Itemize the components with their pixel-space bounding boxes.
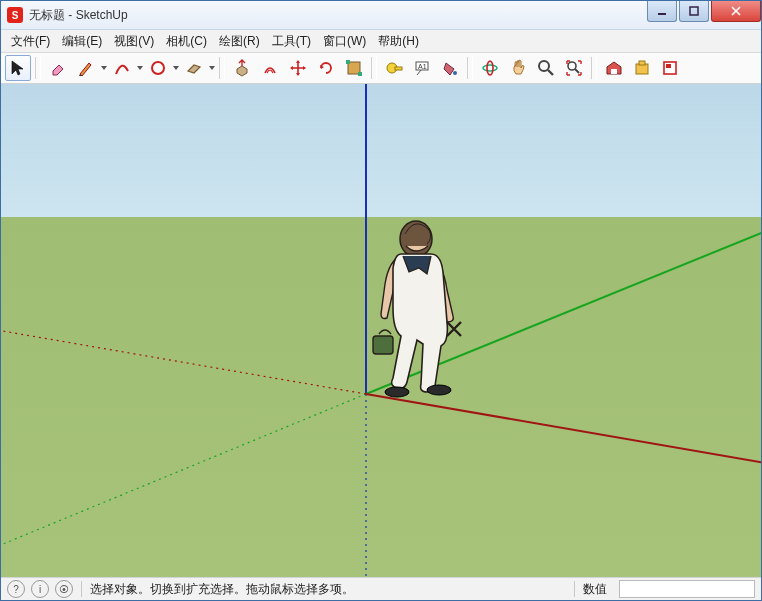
pan-tool[interactable]: [505, 55, 531, 81]
svg-line-18: [575, 69, 579, 73]
arc-tool-dropdown[interactable]: [137, 56, 143, 80]
svg-rect-19: [611, 69, 617, 74]
pushpull-tool[interactable]: [229, 55, 255, 81]
svg-text:A1: A1: [418, 63, 427, 70]
rectangle-tool-dropdown[interactable]: [209, 56, 215, 80]
svg-rect-1: [690, 7, 698, 15]
layout-tool[interactable]: [657, 55, 683, 81]
svg-rect-6: [346, 60, 350, 64]
eraser-tool[interactable]: [45, 55, 71, 81]
pencil-tool[interactable]: [73, 55, 99, 81]
window-title: 无标题 - SketchUp: [29, 7, 645, 24]
offset-tool[interactable]: [257, 55, 283, 81]
status-message: 选择对象。切换到扩充选择。拖动鼠标选择多项。: [90, 581, 354, 598]
toolbar-separator: [371, 57, 377, 79]
toolbar-separator: [467, 57, 473, 79]
svg-rect-9: [395, 67, 402, 70]
svg-point-14: [487, 61, 493, 75]
toolbar: A1: [1, 53, 761, 84]
text-tool[interactable]: A1: [409, 55, 435, 81]
scene: [1, 84, 761, 577]
svg-rect-25: [373, 336, 393, 354]
extension-tool[interactable]: [629, 55, 655, 81]
move-tool[interactable]: [285, 55, 311, 81]
help-icon[interactable]: ?: [7, 580, 25, 598]
toolbar-separator: [219, 57, 225, 79]
measurement-label: 数值: [583, 581, 607, 598]
viewport-3d[interactable]: [1, 84, 761, 577]
shape-tool-dropdown[interactable]: [173, 56, 179, 80]
app-window: S 无标题 - SketchUp 文件(F)编辑(E)视图(V)相机(C)绘图(…: [0, 0, 762, 601]
toolbar-separator: [35, 57, 41, 79]
rotate-tool[interactable]: [313, 55, 339, 81]
minimize-button[interactable]: [647, 1, 677, 22]
user-icon[interactable]: ⦿: [55, 580, 73, 598]
measurement-input[interactable]: [619, 580, 755, 598]
menu-绘图[interactable]: 绘图(R): [213, 31, 266, 52]
paint-tool[interactable]: [437, 55, 463, 81]
warehouse-tool[interactable]: [601, 55, 627, 81]
shape-tool[interactable]: [145, 55, 171, 81]
maximize-button[interactable]: [679, 1, 709, 22]
status-divider: [574, 581, 575, 597]
rectangle-tool[interactable]: [181, 55, 207, 81]
menu-编辑[interactable]: 编辑(E): [56, 31, 108, 52]
svg-point-15: [539, 61, 549, 71]
toolbar-separator: [591, 57, 597, 79]
svg-point-13: [483, 65, 497, 71]
tape-tool[interactable]: [381, 55, 407, 81]
pencil-tool-dropdown[interactable]: [101, 56, 107, 80]
status-bar: ? i ⦿ 选择对象。切换到扩充选择。拖动鼠标选择多项。 数值: [1, 577, 761, 600]
scale-tool[interactable]: [341, 55, 367, 81]
svg-point-26: [385, 387, 409, 397]
app-icon: S: [7, 7, 23, 23]
menu-工具[interactable]: 工具(T): [266, 31, 317, 52]
svg-rect-23: [666, 64, 671, 68]
svg-rect-21: [639, 61, 645, 65]
axis-red: [366, 394, 761, 464]
window-buttons: [645, 1, 761, 21]
close-button[interactable]: [711, 1, 761, 22]
menu-相机[interactable]: 相机(C): [160, 31, 213, 52]
menu-窗口[interactable]: 窗口(W): [317, 31, 372, 52]
arc-tool[interactable]: [109, 55, 135, 81]
svg-rect-7: [358, 72, 362, 76]
menu-帮助[interactable]: 帮助(H): [372, 31, 425, 52]
menu-bar: 文件(F)编辑(E)视图(V)相机(C)绘图(R)工具(T)窗口(W)帮助(H): [1, 30, 761, 53]
axis-green-neg: [1, 394, 366, 549]
info-icon[interactable]: i: [31, 580, 49, 598]
title-bar: S 无标题 - SketchUp: [1, 1, 761, 30]
zoom-tool[interactable]: [533, 55, 559, 81]
svg-line-16: [548, 70, 553, 75]
select-tool[interactable]: [5, 55, 31, 81]
axis-red-neg: [1, 329, 366, 394]
menu-视图[interactable]: 视图(V): [108, 31, 160, 52]
orbit-tool[interactable]: [477, 55, 503, 81]
zoom-extents-tool[interactable]: [561, 55, 587, 81]
svg-point-12: [453, 71, 457, 75]
menu-文件[interactable]: 文件(F): [5, 31, 56, 52]
svg-point-27: [427, 385, 451, 395]
status-divider: [81, 581, 82, 597]
svg-point-4: [152, 62, 164, 74]
scale-figure[interactable]: [373, 221, 461, 397]
svg-point-17: [568, 62, 576, 70]
